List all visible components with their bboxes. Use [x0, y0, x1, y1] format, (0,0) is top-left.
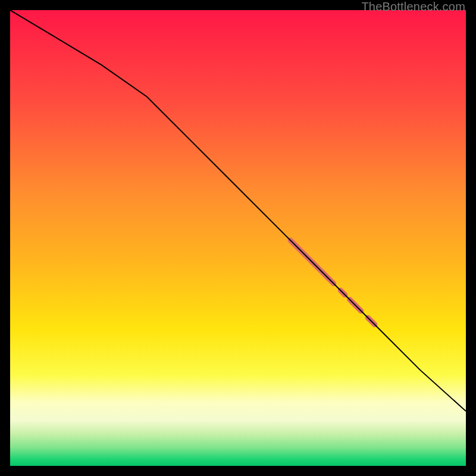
plot-area — [10, 10, 466, 466]
chart-lines — [10, 10, 466, 466]
main-curve — [10, 10, 466, 411]
chart-frame: TheBottleneck.com — [0, 0, 476, 476]
watermark-text: TheBottleneck.com — [361, 0, 465, 14]
